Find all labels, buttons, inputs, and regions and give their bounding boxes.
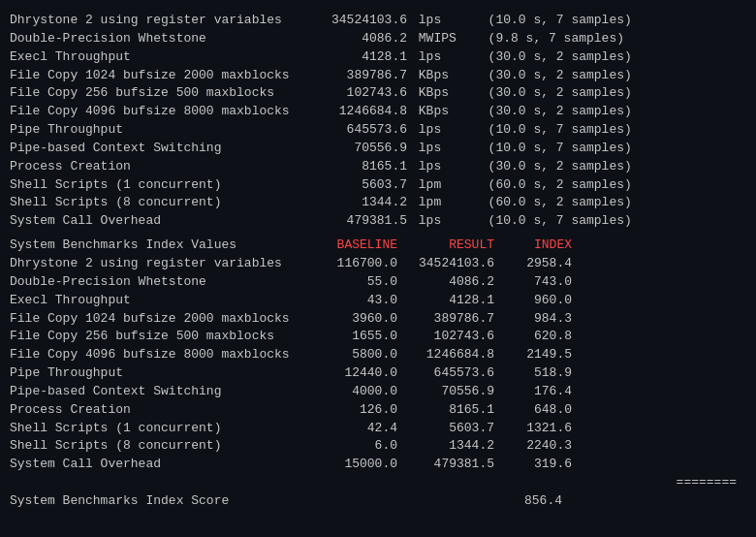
bench-unit: lps <box>411 12 469 30</box>
idx-result: 1344.2 <box>397 437 494 456</box>
bench-unit: lps <box>411 121 469 140</box>
bench-unit: lps <box>411 140 469 158</box>
bench-label: File Copy 1024 bufsize 2000 maxblocks <box>10 67 310 85</box>
bench-value: 5603.7 <box>310 176 407 195</box>
idx-result: 8165.1 <box>397 401 494 420</box>
idx-label: Pipe-based Context Switching <box>10 383 310 401</box>
bench-samples: (30.0 s, 2 samples) <box>473 84 632 103</box>
idx-label: Shell Scripts (1 concurrent) <box>10 420 310 438</box>
index-row: File Copy 4096 bufsize 8000 maxblocks580… <box>10 346 746 364</box>
bench-unit: lps <box>411 212 469 231</box>
index-row: File Copy 1024 bufsize 2000 maxblocks396… <box>10 310 746 329</box>
idx-baseline: 1655.0 <box>310 328 397 346</box>
index-row: Double-Precision Whetstone55.04086.2743.… <box>10 273 746 292</box>
bench-row: Process Creation8165.1 lps (30.0 s, 2 sa… <box>10 158 746 176</box>
bench-value: 479381.5 <box>310 212 407 231</box>
index-table: System Benchmarks Index ValuesBASELINERE… <box>10 237 746 511</box>
idx-result: 645573.6 <box>397 364 494 383</box>
idx-result: 102743.6 <box>397 328 494 346</box>
idx-baseline: 43.0 <box>310 292 397 310</box>
idx-result: 34524103.6 <box>397 255 494 273</box>
idx-baseline: 12440.0 <box>310 364 397 383</box>
idx-label: File Copy 256 bufsize 500 maxblocks <box>10 328 310 346</box>
idx-index: 176.4 <box>494 383 572 401</box>
bench-samples: (10.0 s, 7 samples) <box>473 212 632 231</box>
index-row: File Copy 256 bufsize 500 maxblocks1655.… <box>10 328 746 346</box>
bench-label: Process Creation <box>10 158 310 176</box>
index-row: Pipe Throughput12440.0645573.6518.9 <box>10 364 746 383</box>
bench-label: Double-Precision Whetstone <box>10 30 310 48</box>
idx-baseline: 3960.0 <box>310 310 397 329</box>
idx-index: 319.6 <box>494 456 572 474</box>
bench-row: File Copy 4096 bufsize 8000 maxblocks124… <box>10 103 746 121</box>
idx-index: 743.0 <box>494 273 572 292</box>
bench-unit: KBps <box>411 103 469 121</box>
bench-row: Dhrystone 2 using register variables3452… <box>10 12 746 30</box>
bench-value: 8165.1 <box>310 158 407 176</box>
bench-value: 4128.1 <box>310 48 407 67</box>
idx-label: Process Creation <box>10 401 310 420</box>
index-row: Dhrystone 2 using register variables1167… <box>10 255 746 273</box>
terminal: Dhrystone 2 using register variables3452… <box>0 0 756 537</box>
idx-index: 648.0 <box>494 401 572 420</box>
bench-value: 1344.2 <box>310 194 407 212</box>
bench-row: System Call Overhead479381.5 lps (10.0 s… <box>10 212 746 231</box>
bench-samples: (9.8 s, 7 samples) <box>473 30 624 48</box>
score-value: 856.4 <box>485 492 562 511</box>
bench-unit: KBps <box>411 67 469 85</box>
bench-unit: lpm <box>411 194 469 212</box>
idx-index: 518.9 <box>494 364 572 383</box>
index-row: Process Creation126.08165.1648.0 <box>10 401 746 420</box>
idx-index: 984.3 <box>494 310 572 329</box>
idx-result: 4128.1 <box>397 292 494 310</box>
bench-label: File Copy 4096 bufsize 8000 maxblocks <box>10 103 310 121</box>
idx-baseline: 42.4 <box>310 420 397 438</box>
bench-row: Pipe Throughput645573.6 lps (10.0 s, 7 s… <box>10 121 746 140</box>
bench-samples: (30.0 s, 2 samples) <box>473 67 632 85</box>
bench-label: File Copy 256 bufsize 500 maxblocks <box>10 84 310 103</box>
bench-label: Pipe Throughput <box>10 121 310 140</box>
idx-index: 2240.3 <box>494 437 572 456</box>
col-header-label: System Benchmarks Index Values <box>10 237 310 255</box>
benchmark-rows: Dhrystone 2 using register variables3452… <box>10 12 746 231</box>
idx-index: 620.8 <box>494 328 572 346</box>
bench-value: 4086.2 <box>310 30 407 48</box>
index-row: Execl Throughput43.04128.1960.0 <box>10 292 746 310</box>
bench-value: 389786.7 <box>310 67 407 85</box>
bench-unit: KBps <box>411 84 469 103</box>
idx-baseline: 6.0 <box>310 437 397 456</box>
bench-row: Pipe-based Context Switching70556.9 lps … <box>10 140 746 158</box>
bench-value: 645573.6 <box>310 121 407 140</box>
bench-label: Execl Throughput <box>10 48 310 67</box>
idx-result: 4086.2 <box>397 273 494 292</box>
idx-label: File Copy 4096 bufsize 8000 maxblocks <box>10 346 310 364</box>
idx-index: 2149.5 <box>494 346 572 364</box>
bench-value: 1246684.8 <box>310 103 407 121</box>
score-label: System Benchmarks Index Score <box>10 492 485 511</box>
idx-baseline: 126.0 <box>310 401 397 420</box>
bench-samples: (60.0 s, 2 samples) <box>473 194 632 212</box>
index-row: Shell Scripts (8 concurrent)6.01344.2224… <box>10 437 746 456</box>
idx-result: 389786.7 <box>397 310 494 329</box>
bench-samples: (30.0 s, 2 samples) <box>473 48 632 67</box>
bench-label: Pipe-based Context Switching <box>10 140 310 158</box>
bench-samples: (10.0 s, 7 samples) <box>473 140 632 158</box>
index-row: System Call Overhead15000.0479381.5319.6 <box>10 456 746 474</box>
index-row: Shell Scripts (1 concurrent)42.45603.713… <box>10 420 746 438</box>
idx-result: 479381.5 <box>397 456 494 474</box>
bench-unit: lpm <box>411 176 469 195</box>
col-header-index: INDEX <box>494 237 572 255</box>
bench-samples: (60.0 s, 2 samples) <box>473 176 632 195</box>
bench-row: Double-Precision Whetstone4086.2 MWIPS (… <box>10 30 746 48</box>
idx-index: 2958.4 <box>494 255 572 273</box>
bench-label: Shell Scripts (1 concurrent) <box>10 176 310 195</box>
bench-value: 70556.9 <box>310 140 407 158</box>
idx-result: 70556.9 <box>397 383 494 401</box>
idx-index: 960.0 <box>494 292 572 310</box>
idx-baseline: 4000.0 <box>310 383 397 401</box>
bench-label: Shell Scripts (8 concurrent) <box>10 194 310 212</box>
bench-samples: (30.0 s, 2 samples) <box>473 158 632 176</box>
idx-label: Dhrystone 2 using register variables <box>10 255 310 273</box>
bench-unit: lps <box>411 48 469 67</box>
col-header-result: RESULT <box>397 237 494 255</box>
